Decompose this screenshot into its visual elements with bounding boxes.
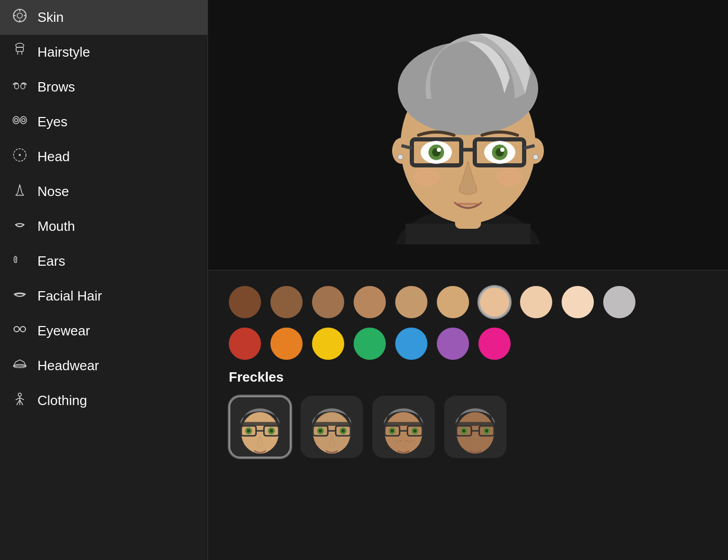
svg-line-27 — [16, 398, 20, 400]
color-swatch-c12[interactable] — [270, 328, 303, 360]
svg-point-70 — [319, 429, 322, 433]
sidebar-label-eyes: Eyes — [37, 114, 68, 130]
sidebar-item-facial-hair[interactable]: Facial Hair — [0, 279, 207, 314]
sidebar-label-eyewear: Eyewear — [37, 323, 90, 339]
main-content: Freckles — [208, 0, 728, 560]
svg-point-37 — [533, 154, 538, 160]
svg-point-16 — [19, 154, 21, 156]
color-swatch-c13[interactable] — [312, 328, 344, 360]
color-swatch-c6[interactable] — [437, 286, 469, 318]
sidebar-item-clothing[interactable]: Clothing — [0, 383, 207, 418]
freckles-section-title: Freckles — [229, 369, 707, 385]
color-swatch-c17[interactable] — [478, 328, 511, 360]
mouth-icon — [10, 216, 29, 237]
ears-icon — [10, 251, 29, 271]
color-swatch-c2[interactable] — [270, 286, 303, 318]
clothing-icon — [10, 390, 29, 411]
svg-point-10 — [21, 84, 25, 89]
sidebar-label-brows: Brows — [37, 79, 75, 95]
svg-point-11 — [13, 116, 19, 124]
sidebar-item-brows[interactable]: Brows — [0, 70, 207, 105]
svg-point-14 — [22, 119, 25, 122]
color-row-1 — [229, 286, 707, 318]
sidebar-item-eyes[interactable]: Eyes — [0, 105, 207, 139]
facial-hair-icon — [10, 286, 29, 306]
sidebar-item-nose[interactable]: Nose — [0, 174, 207, 209]
svg-point-1 — [17, 13, 22, 18]
color-swatch-c5[interactable] — [395, 286, 427, 318]
svg-point-99 — [469, 441, 471, 443]
svg-point-100 — [471, 440, 473, 442]
sidebar-item-hairstyle[interactable]: Hairstyle — [0, 35, 207, 70]
svg-point-52 — [497, 167, 523, 186]
svg-rect-6 — [16, 47, 23, 51]
eyes-icon — [10, 112, 29, 132]
hairstyle-icon — [10, 42, 29, 62]
sidebar-item-skin[interactable]: Skin — [0, 0, 207, 35]
svg-point-96 — [462, 429, 466, 433]
svg-point-84 — [399, 440, 401, 442]
options-area: Freckles — [208, 270, 728, 560]
svg-point-35 — [525, 138, 544, 164]
color-swatch-c14[interactable] — [354, 328, 386, 360]
color-swatch-c3[interactable] — [312, 286, 344, 318]
svg-point-98 — [485, 429, 489, 433]
svg-line-26 — [20, 400, 23, 405]
sidebar-label-mouth: Mouth — [37, 218, 75, 235]
color-swatch-c11[interactable] — [229, 328, 261, 360]
svg-point-108 — [479, 437, 482, 440]
svg-point-50 — [500, 148, 504, 152]
svg-point-36 — [398, 154, 403, 160]
brows-icon — [10, 77, 29, 97]
sidebar-label-clothing: Clothing — [37, 393, 87, 409]
sidebar-item-head[interactable]: Head — [0, 139, 207, 174]
svg-point-46 — [437, 148, 441, 152]
svg-point-51 — [413, 167, 439, 186]
color-swatch-c4[interactable] — [354, 286, 386, 318]
sidebar-label-ears: Ears — [37, 253, 65, 269]
sidebar-item-headwear[interactable]: Headwear — [0, 348, 207, 383]
color-swatch-c9[interactable] — [562, 286, 594, 318]
svg-point-107 — [466, 439, 469, 441]
color-swatch-c8[interactable] — [520, 286, 552, 318]
skin-icon — [10, 7, 29, 28]
sidebar-label-head: Head — [37, 149, 70, 165]
svg-point-13 — [20, 116, 27, 124]
sidebar: Skin Hairstyle Brows — [0, 0, 208, 560]
eyewear-icon — [10, 321, 29, 341]
svg-point-109 — [475, 439, 477, 441]
svg-point-72 — [342, 429, 345, 433]
svg-point-86 — [409, 441, 411, 443]
color-swatch-c1[interactable] — [229, 286, 261, 318]
headwear-icon — [10, 356, 29, 376]
head-icon — [10, 147, 29, 167]
sidebar-item-eyewear[interactable]: Eyewear — [0, 314, 207, 348]
svg-point-80 — [391, 429, 394, 433]
freckle-option-f3[interactable] — [372, 396, 435, 458]
freckle-option-f1[interactable] — [229, 396, 291, 458]
svg-point-87 — [406, 440, 408, 442]
color-swatch-c16[interactable] — [437, 328, 469, 360]
sidebar-label-nose: Nose — [37, 184, 69, 200]
sidebar-label-hairstyle: Hairstyle — [37, 44, 90, 60]
freckle-option-f2[interactable] — [301, 396, 363, 458]
color-swatch-c7[interactable] — [478, 286, 511, 318]
svg-point-85 — [394, 440, 395, 441]
sidebar-item-mouth[interactable]: Mouth — [0, 209, 207, 244]
sidebar-label-headwear: Headwear — [37, 358, 99, 374]
svg-point-110 — [482, 439, 484, 441]
svg-point-34 — [392, 138, 411, 164]
color-swatch-c10[interactable] — [603, 286, 635, 318]
freckle-option-f4[interactable] — [444, 396, 506, 458]
freckle-row — [229, 396, 707, 458]
avatar-area — [208, 0, 728, 270]
sidebar-label-facial-hair: Facial Hair — [37, 288, 102, 304]
sidebar-item-ears[interactable]: Ears — [0, 244, 207, 279]
svg-point-102 — [480, 441, 483, 443]
svg-point-12 — [15, 119, 18, 122]
color-swatch-c15[interactable] — [395, 328, 427, 360]
nose-icon — [10, 181, 29, 202]
svg-point-9 — [15, 84, 19, 89]
color-row-2 — [229, 328, 707, 360]
svg-point-103 — [477, 440, 479, 442]
